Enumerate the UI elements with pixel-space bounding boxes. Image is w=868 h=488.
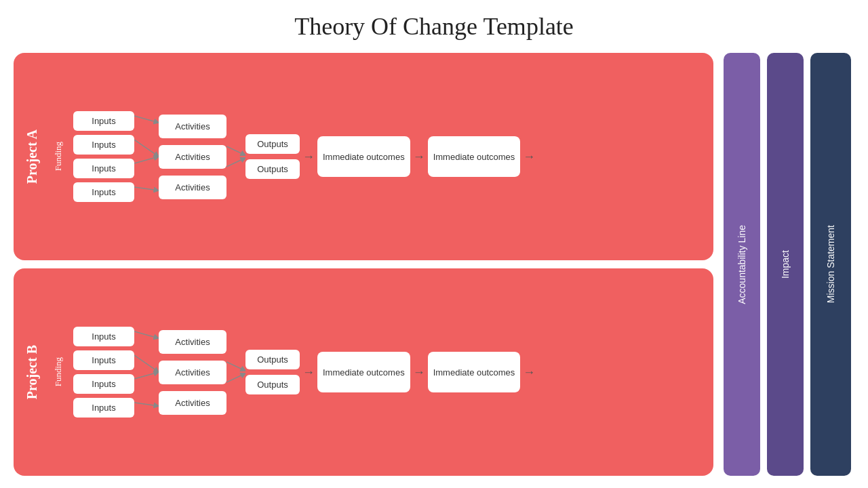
- arrow-a-out: →: [523, 150, 535, 164]
- svg-line-7: [134, 355, 159, 372]
- svg-line-4: [226, 146, 245, 155]
- arrow-b-out-imm1: →: [302, 365, 315, 380]
- output-a2: Outputs: [245, 159, 300, 179]
- impact-column: Impact: [767, 53, 804, 476]
- project-a-inputs: Inputs Inputs Inputs Inputs: [73, 111, 134, 202]
- input-b2: Inputs: [73, 350, 134, 370]
- project-a-funding: Funding: [53, 142, 68, 171]
- svg-line-5: [226, 158, 245, 167]
- activity-b3: Activities: [159, 391, 226, 415]
- svg-line-1: [134, 140, 159, 157]
- svg-line-8: [134, 372, 159, 379]
- input-a3: Inputs: [73, 159, 134, 178]
- svg-line-9: [134, 403, 159, 406]
- activity-b1: Activities: [159, 330, 226, 354]
- project-b-funding: Funding: [53, 357, 68, 386]
- activity-b2: Activities: [159, 361, 226, 384]
- input-a1: Inputs: [73, 111, 134, 131]
- project-b-inputs: Inputs Inputs Inputs Inputs: [73, 327, 134, 418]
- page-title: Theory Of Change Template: [294, 12, 574, 41]
- input-b4: Inputs: [73, 398, 134, 418]
- output-b1: Outputs: [245, 350, 300, 369]
- svg-line-3: [134, 187, 159, 190]
- impact-label: Impact: [780, 250, 791, 279]
- svg-line-6: [134, 331, 159, 338]
- mission-label: Mission Statement: [825, 225, 836, 303]
- activity-a3: Activities: [159, 176, 226, 199]
- project-b-box: Project B Funding Inputs Inputs Inputs I…: [14, 268, 713, 476]
- project-a-label: Project A: [24, 129, 49, 184]
- input-b1: Inputs: [73, 327, 134, 346]
- right-panel: Accountability Line Impact Mission State…: [720, 53, 854, 476]
- arrow-b-imm1-imm2: →: [413, 365, 425, 380]
- project-a-outputs: Outputs Outputs: [245, 134, 300, 179]
- output-a1: Outputs: [245, 134, 300, 154]
- immediate-b1: Immediate outcomes: [317, 352, 410, 392]
- project-b-outputs: Outputs Outputs: [245, 350, 300, 394]
- input-b3: Inputs: [73, 374, 134, 394]
- arrow-b-out: →: [523, 365, 535, 380]
- arrow-a-imm1-imm2: →: [413, 150, 425, 164]
- project-b-label: Project B: [24, 345, 49, 399]
- svg-line-2: [134, 157, 159, 163]
- input-a4: Inputs: [73, 182, 134, 202]
- activity-a1: Activities: [159, 115, 226, 138]
- project-a-activities: Activities Activities Activities: [159, 115, 226, 199]
- project-a-immediate1: Immediate outcomes: [317, 136, 410, 177]
- accountability-column: Accountability Line: [724, 53, 760, 476]
- immediate-a1: Immediate outcomes: [317, 136, 410, 177]
- mission-column: Mission Statement: [810, 53, 851, 476]
- svg-line-11: [226, 373, 245, 382]
- project-b-immediate1: Immediate outcomes: [317, 352, 410, 392]
- output-b2: Outputs: [245, 375, 300, 394]
- project-b-immediate2: Immediate outcomes: [428, 352, 521, 392]
- accountability-label: Accountability Line: [736, 225, 747, 304]
- arrow-a-out-imm1: →: [302, 150, 315, 164]
- project-a-box: Project A Funding Inputs Inputs Inputs I…: [14, 53, 713, 260]
- project-b-activities: Activities Activities Activities: [159, 330, 226, 415]
- activity-a2: Activities: [159, 145, 226, 169]
- input-a2: Inputs: [73, 135, 134, 155]
- svg-line-0: [134, 116, 159, 123]
- immediate-a2: Immediate outcomes: [428, 136, 521, 177]
- svg-line-10: [226, 362, 245, 371]
- immediate-b2: Immediate outcomes: [428, 352, 521, 392]
- project-a-immediate2: Immediate outcomes: [428, 136, 521, 177]
